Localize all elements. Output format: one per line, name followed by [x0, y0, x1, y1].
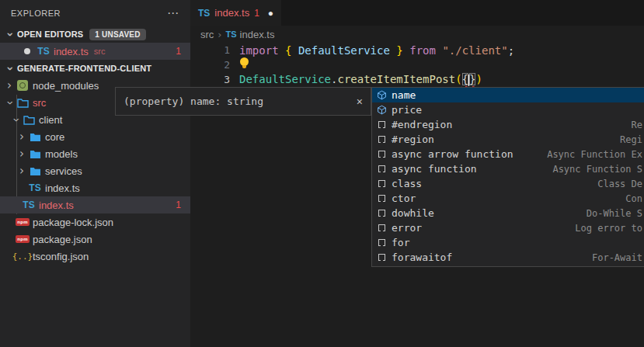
error-count-badge: 1	[176, 46, 190, 57]
snippet-icon	[375, 163, 388, 175]
code-line-2[interactable]: 2	[190, 57, 644, 72]
breadcrumb-file[interactable]: index.ts	[240, 29, 275, 40]
open-editors-label: OPEN EDITORS	[17, 29, 83, 39]
tab-error-count: 1	[254, 8, 259, 19]
close-icon[interactable]: ×	[357, 95, 363, 108]
chevron-right-icon: ›	[16, 148, 28, 160]
suggest-item-ctor[interactable]: ctorCon	[372, 191, 644, 206]
suggest-item-async-arrow-function[interactable]: async arrow functionAsync Function Ex	[372, 147, 644, 161]
code-token: DefaultService	[239, 73, 331, 85]
suggest-item-label: error	[392, 222, 422, 234]
suggest-item-detail: Do-While S	[587, 208, 642, 219]
code-editor[interactable]: 1import { DefaultService } from "./clien…	[190, 43, 644, 87]
more-actions-icon[interactable]: ⋯	[167, 6, 179, 20]
snippet-icon	[375, 119, 388, 131]
code-line-3[interactable]: 3DefaultService.createItemItemPost({})	[190, 72, 644, 87]
tree-item-tsconfig-json[interactable]: {..}tsconfig.json	[0, 248, 190, 265]
hover-tooltip: (property) name: string ×	[115, 87, 371, 116]
snippet-icon	[375, 134, 388, 146]
tree-item-label: package.json	[33, 234, 92, 245]
code-token: DefaultService	[298, 44, 390, 57]
tree-item-label: client	[39, 114, 62, 126]
tree-item-label: tsconfig.json	[33, 251, 89, 262]
snippet-icon	[375, 193, 388, 205]
code-token: {	[462, 73, 468, 85]
project-name: GENERATE-FRONTEND-CLIENT	[17, 64, 151, 73]
open-editors-header[interactable]: › OPEN EDITORS 1 UNSAVED	[0, 26, 190, 43]
chevron-down-icon: ›	[4, 96, 16, 109]
suggest-item--endregion[interactable]: #endregionRe	[372, 117, 644, 132]
code-token	[279, 44, 285, 57]
snippet-icon	[375, 207, 388, 220]
suggest-item-detail: Async Function S	[552, 164, 642, 175]
typescript-file-icon: TS	[198, 8, 210, 19]
suggest-item-label: ctor	[392, 193, 416, 204]
breadcrumb-separator-icon: ›	[218, 29, 221, 40]
tree-item-models[interactable]: ›models	[0, 145, 190, 162]
suggest-item-detail: Class De	[597, 179, 642, 189]
snippet-icon	[375, 252, 388, 264]
vscode-window: EXPLORER ⋯ › OPEN EDITORS 1 UNSAVED TS i…	[0, 0, 644, 347]
project-section-header[interactable]: › GENERATE-FRONTEND-CLIENT	[0, 60, 190, 77]
suggest-item-dowhile[interactable]: dowhileDo-While S	[372, 206, 644, 220]
suggest-item-forawaitof[interactable]: forawaitofFor-Await	[372, 250, 644, 265]
typescript-file-icon: TS	[22, 200, 36, 210]
json-braces-icon: {..}	[16, 252, 30, 262]
suggest-item-price[interactable]: price	[372, 102, 644, 117]
chevron-right-icon: ›	[16, 165, 28, 177]
suggest-item-label: price	[392, 104, 422, 116]
error-count-badge: 1	[176, 200, 190, 210]
code-text: DefaultService.createItemItemPost({})	[230, 73, 482, 86]
tree-item-package-lock-json[interactable]: npmpackage-lock.json	[0, 213, 190, 231]
tree-item-index-ts[interactable]: TSindex.ts1	[0, 196, 190, 213]
suggest-item-detail: Con	[625, 193, 642, 204]
chevron-down-icon: ›	[4, 62, 16, 75]
tree-item-index-ts[interactable]: TSindex.ts	[0, 179, 190, 196]
tree-item-services[interactable]: ›services	[0, 162, 190, 179]
lightbulb-icon[interactable]	[239, 57, 249, 70]
breadcrumb-folder[interactable]: src	[200, 29, 214, 40]
snippet-icon	[375, 148, 388, 161]
suggest-item-name[interactable]: name	[372, 88, 644, 102]
typescript-file-icon: TS	[37, 46, 50, 57]
suggest-item-class[interactable]: classClass De	[372, 176, 644, 191]
open-editor-item-index-ts[interactable]: TS index.ts src 1	[0, 43, 190, 60]
code-text	[230, 57, 249, 72]
line-number: 2	[190, 59, 230, 71]
explorer-title: EXPLORER	[11, 9, 61, 18]
hover-tooltip-text: (property) name: string	[124, 95, 263, 107]
tree-item-label: src	[33, 97, 46, 109]
tab-modified-dot-icon[interactable]: ●	[268, 8, 273, 19]
code-token: ;	[508, 44, 514, 57]
folder-icon	[28, 149, 42, 159]
folder-icon	[28, 132, 42, 142]
tab-bar: TS index.ts 1 ●	[190, 0, 644, 26]
tree-item-core[interactable]: ›core	[0, 128, 190, 145]
chevron-down-icon: ›	[10, 113, 22, 126]
code-token: import	[239, 44, 279, 57]
suggest-item-for[interactable]: for	[372, 235, 644, 250]
breadcrumb: src › TS index.ts	[190, 26, 644, 43]
line-number: 3	[190, 74, 230, 85]
chevron-right-icon: ›	[16, 131, 28, 143]
suggest-item-label: class	[392, 178, 422, 189]
code-token	[403, 44, 409, 57]
suggest-item-label: #endregion	[392, 119, 452, 130]
code-token: )	[475, 73, 482, 85]
open-editor-filename: index.ts	[54, 46, 89, 57]
suggest-item-async-function[interactable]: async functionAsync Function S	[372, 161, 644, 176]
tree-item-package-json[interactable]: npmpackage.json	[0, 231, 190, 248]
snippet-icon	[375, 222, 388, 234]
explorer-sidebar: EXPLORER ⋯ › OPEN EDITORS 1 UNSAVED TS i…	[0, 0, 190, 347]
suggest-item-detail: Log error to	[575, 223, 642, 234]
suggest-item-detail: Async Function Ex	[547, 149, 642, 160]
tree-item-label: index.ts	[39, 200, 74, 211]
node-modules-folder-icon	[16, 80, 30, 91]
unsaved-badge: 1 UNSAVED	[89, 29, 145, 40]
suggest-item-label: dowhile	[392, 207, 434, 219]
suggest-item-error[interactable]: errorLog error to	[372, 220, 644, 235]
code-line-1[interactable]: 1import { DefaultService } from "./clien…	[190, 43, 644, 57]
tab-index-ts[interactable]: TS index.ts 1 ●	[190, 0, 281, 26]
code-token: createItemItemPost	[337, 73, 455, 85]
suggest-item--region[interactable]: #regionRegi	[372, 132, 644, 147]
